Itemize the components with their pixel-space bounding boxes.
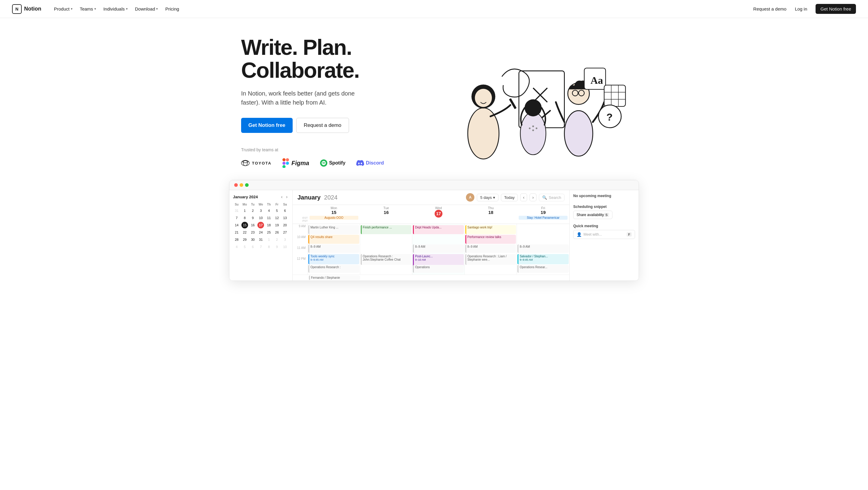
cal-event-8-9am-fri[interactable]: 8–9 AM <box>518 244 569 253</box>
nav-pricing[interactable]: Pricing <box>162 4 182 13</box>
mini-cal-day[interactable]: 25 <box>266 229 272 236</box>
cal-event-ops-mon[interactable]: Operations Research : <box>308 265 359 273</box>
hero-left: Write. Plan. Collaborate. In Notion, wor… <box>241 36 428 168</box>
cal-prev-btn[interactable]: ‹ <box>520 193 527 201</box>
extra-events-row: Fernando / Stephanie <box>293 275 569 281</box>
mini-cal-day[interactable]: 7 <box>233 215 240 221</box>
mini-cal-day[interactable]: 22 <box>241 229 248 236</box>
chevron-down-icon: ▾ <box>94 7 96 11</box>
svg-point-28 <box>532 125 534 127</box>
cal-event-dept-heads[interactable]: Dept Heads Upda... <box>413 225 464 234</box>
mini-cal-day[interactable]: 2 <box>250 207 256 214</box>
nav-individuals[interactable]: Individuals ▾ <box>100 4 131 13</box>
mini-cal-day[interactable]: 6 <box>282 207 288 214</box>
mini-cal-day[interactable]: 1 <box>266 236 272 243</box>
mini-cal-day[interactable]: 11 <box>266 215 272 221</box>
chevron-down-icon: ▾ <box>156 7 158 11</box>
cal-event-8-9am-thu[interactable]: 8–9 AM <box>465 244 516 253</box>
mini-cal-day[interactable]: 7 <box>257 244 264 250</box>
hero-buttons: Get Notion free Request a demo <box>241 118 428 133</box>
mini-cal-day-15[interactable]: 15 <box>241 222 248 228</box>
mini-cal-day[interactable]: 14 <box>233 222 240 228</box>
all-day-event[interactable]: Augusto OOO <box>310 216 358 220</box>
cal-event-fernando[interactable]: Fernando / Stephanie <box>309 275 360 280</box>
mini-cal-day[interactable]: 24 <box>257 229 264 236</box>
cal-event-mlk[interactable]: Martin Luther King ... <box>308 225 359 234</box>
cal-event-santiago[interactable]: Santiago work trip! <box>465 225 516 234</box>
mini-cal-day[interactable]: 23 <box>250 229 256 236</box>
mini-cal-day[interactable]: 8 <box>266 244 272 250</box>
mini-cal-day[interactable]: 9 <box>250 215 256 221</box>
cal-avatar: A <box>466 193 474 202</box>
cal-event-ops-fri[interactable]: Operations Resear... <box>518 265 569 273</box>
mini-cal-day[interactable]: 1 <box>241 207 248 214</box>
spotify-icon <box>320 159 327 167</box>
mini-cal-day[interactable]: 31 <box>257 236 264 243</box>
cal-event-q4[interactable]: Q4 results share <box>308 235 359 244</box>
cal-event-salvador[interactable]: Salvador / Stephan...9–9:45 AM <box>518 254 569 264</box>
cal-event-tools[interactable]: Tools weekly sync9–9:45 AM <box>308 254 359 264</box>
mini-cal-day[interactable]: 21 <box>233 229 240 236</box>
mini-cal-day[interactable]: 27 <box>282 229 288 236</box>
cal-search-bar[interactable]: 🔍 Search <box>539 194 564 201</box>
mini-cal-day[interactable]: 2 <box>274 236 280 243</box>
col-headers: ESTPST Mon 15 Augusto OOO Tue <box>293 205 569 224</box>
mini-cal-day[interactable]: 10 <box>282 244 288 250</box>
logo[interactable]: N Notion <box>12 4 41 14</box>
mini-cal-day[interactable]: 3 <box>257 207 264 214</box>
mini-cal-header: January 2024 ‹ › <box>233 194 289 200</box>
mini-cal-day[interactable]: 16 <box>250 222 256 228</box>
mini-cal-day[interactable]: 19 <box>274 222 280 228</box>
minimize-icon[interactable] <box>240 183 243 187</box>
mini-cal-day[interactable]: 20 <box>282 222 288 228</box>
time-slot-12pm: 12 PM <box>293 256 307 267</box>
cal-event-ops-liam[interactable]: Operations Research : Liam / Stephanie w… <box>465 254 516 265</box>
cal-event-finish-perf[interactable]: Finish performance ... <box>361 225 412 234</box>
mini-cal-day[interactable]: 3 <box>282 236 288 243</box>
window-chrome <box>229 180 639 190</box>
cal-event-ops-wed[interactable]: Operations <box>413 265 464 273</box>
mini-cal-day[interactable]: 31 <box>233 207 240 214</box>
mini-cal-day[interactable]: 29 <box>241 236 248 243</box>
cal-event-8-9am-wed[interactable]: 8–9 AM <box>413 244 464 253</box>
quick-meeting-title: Quick meeting <box>573 224 635 228</box>
mini-cal-day[interactable]: 4 <box>266 207 272 214</box>
mini-cal-day[interactable]: 18 <box>266 222 272 228</box>
nav-teams[interactable]: Teams ▾ <box>77 4 99 13</box>
mini-cal-day[interactable]: 8 <box>241 215 248 221</box>
mini-cal-day[interactable]: 12 <box>274 215 280 221</box>
mini-cal-day[interactable]: 13 <box>282 215 288 221</box>
hero-cta-primary[interactable]: Get Notion free <box>241 118 293 133</box>
maximize-icon[interactable] <box>245 183 249 187</box>
nav-links: Product ▾ Teams ▾ Individuals ▾ Download… <box>51 4 182 13</box>
hero-svg: Aa ? <box>428 42 627 162</box>
mini-cal-day[interactable]: 10 <box>257 215 264 221</box>
cal-today-btn[interactable]: Today <box>501 194 518 201</box>
mini-cal-day[interactable]: 5 <box>241 244 248 250</box>
mini-cal-day[interactable]: 5 <box>274 207 280 214</box>
calendar-section: January 2024 ‹ › Su Mo Tu We Th Fr Sa 31 <box>217 180 651 299</box>
nav-request-demo-link[interactable]: Request a demo <box>753 6 786 11</box>
mini-cal-day[interactable]: 28 <box>233 236 240 243</box>
mini-cal-day[interactable]: 30 <box>250 236 256 243</box>
nav-login-link[interactable]: Log in <box>791 4 811 13</box>
cal-next-btn[interactable]: › <box>530 193 536 201</box>
cal-5days-btn[interactable]: 5 days ▾ <box>477 194 498 201</box>
mini-cal-day[interactable]: 6 <box>250 244 256 250</box>
nav-cta-button[interactable]: Get Notion free <box>815 4 856 14</box>
nav-product[interactable]: Product ▾ <box>51 4 76 13</box>
mini-cal-next[interactable]: › <box>285 194 289 200</box>
close-icon[interactable] <box>234 183 238 187</box>
all-day-event-hotel[interactable]: Stay: Hotel Panamericar <box>519 216 567 220</box>
mini-cal-day[interactable]: 4 <box>233 244 240 250</box>
hero-cta-secondary[interactable]: Request a demo <box>296 118 349 133</box>
cal-event-8-9am[interactable]: 8–9 AM <box>308 244 359 253</box>
cal-event-perf-review[interactable]: Performance review talks <box>465 235 516 244</box>
mini-cal-day[interactable]: 26 <box>274 229 280 236</box>
mini-cal-today[interactable]: 17 <box>257 222 264 228</box>
mini-cal-day[interactable]: 9 <box>274 244 280 250</box>
cal-event-ops-john[interactable]: Operations Research : John:Stephanie Cof… <box>361 254 412 265</box>
mini-cal-prev[interactable]: ‹ <box>280 194 284 200</box>
nav-download[interactable]: Download ▾ <box>132 4 161 13</box>
share-availability-btn[interactable]: Share availability S <box>573 211 613 219</box>
